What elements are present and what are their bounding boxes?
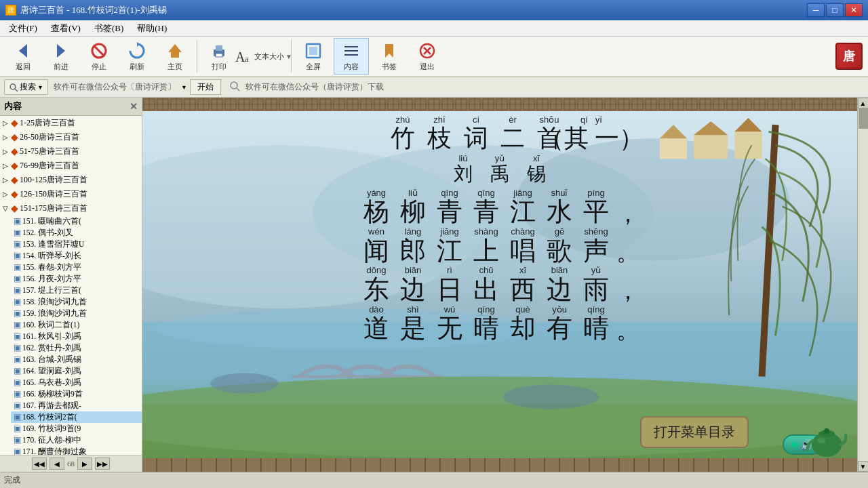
leaf-label-159: 159. 浪淘沙词九首 [22, 308, 87, 319]
scroll-thumb[interactable] [859, 108, 868, 129]
search-start-button[interactable]: 开始 [190, 79, 221, 95]
sidebar-item-151-175[interactable]: ▽ ◆ 151-175唐诗三百首 [0, 201, 142, 216]
svg-point-19 [10, 84, 16, 89]
sidebar-nav-prev[interactable]: ◀ [50, 458, 64, 470]
leaf-icon-152: ▣ [14, 228, 21, 238]
app-icon: 唐 [5, 5, 16, 16]
refresh-button[interactable]: 刷新 [119, 38, 155, 75]
svg-rect-13 [344, 46, 358, 47]
exit-button[interactable]: 退出 [410, 38, 445, 75]
leaf-166[interactable]: ▣ 166. 杨柳枝词9首 [11, 388, 142, 400]
leaf-156[interactable]: ▣ 156. 月夜-刘方平 [11, 273, 142, 285]
back-button[interactable]: 返回 [5, 38, 41, 75]
menu-bookmark[interactable]: 书签(B) [88, 20, 130, 37]
leaf-153[interactable]: ▣ 153. 逢雪宿芹墟U [11, 239, 142, 250]
sidebar-item-51-75[interactable]: ▷ ◆ 51-75唐诗三百首 [0, 144, 142, 159]
search-icon-2 [229, 81, 240, 94]
leaf-163[interactable]: ▣ 163. 台城-刘禹锡 [11, 354, 142, 365]
open-menu-button[interactable]: 打开菜单目录 [640, 416, 749, 448]
sidebar-item-26-50[interactable]: ▷ ◆ 26-50唐诗三百首 [0, 130, 142, 144]
leaf-icon-169: ▣ [14, 424, 21, 434]
bookmark-icon [380, 41, 399, 60]
fullscreen-icon [304, 41, 323, 60]
svg-point-21 [231, 82, 237, 89]
folder-icon-4: ◆ [11, 160, 18, 171]
leaf-icon-159: ▣ [14, 308, 21, 319]
close-button[interactable]: ✕ [845, 3, 863, 17]
leaf-158[interactable]: ▣ 158. 浪淘沙词九首 [11, 296, 142, 308]
sidebar-item-76-99[interactable]: ▷ ◆ 76-99唐诗三百首 [0, 159, 142, 173]
leaf-164[interactable]: ▣ 164. 望洞庭-刘禹 [11, 365, 142, 377]
scroll-down-button[interactable]: ▼ [858, 461, 869, 472]
leaf-icon-153: ▣ [14, 239, 21, 249]
leaf-162[interactable]: ▣ 162. 赏牡丹-刘禹 [11, 342, 142, 354]
l3-chu: chū 出 [468, 265, 505, 304]
sidebar-nav-next[interactable]: ▶ [77, 458, 92, 470]
l4-dao: dào 道 [358, 304, 395, 343]
content-button[interactable]: 内容 [334, 38, 369, 75]
svg-marker-0 [19, 44, 27, 58]
maximize-button[interactable]: □ [826, 3, 844, 17]
sidebar-nav-last[interactable]: ▶▶ [95, 458, 110, 470]
sidebar-header: 内容 ✕ [0, 98, 142, 116]
scroll-track[interactable] [858, 108, 868, 461]
leaf-170[interactable]: ▣ 170. 征人怨-柳中 [11, 434, 142, 446]
leaf-159[interactable]: ▣ 159. 浪淘沙词九首 [11, 308, 142, 319]
leaf-icon-170: ▣ [14, 435, 21, 445]
leaf-160[interactable]: ▣ 160. 秋词二首(1) [11, 319, 142, 331]
l2-chang: chàng 唱 [505, 226, 541, 265]
forward-button[interactable]: 前进 [43, 38, 79, 75]
leaf-171[interactable]: ▣ 171. 酬曹侍御过象 [11, 446, 142, 455]
leaf-label-171: 171. 酬曹侍御过象 [22, 447, 87, 455]
leaf-157[interactable]: ▣ 157. 堤上行三首( [11, 285, 142, 296]
toolbar-sep-2 [291, 40, 292, 73]
home-button[interactable]: 主页 [157, 38, 193, 75]
leaf-165[interactable]: ▣ 165. 乌衣巷-刘禹 [11, 377, 142, 388]
sidebar-nav-first[interactable]: ◀◀ [32, 458, 47, 470]
teapot-decoration [806, 411, 847, 458]
sidebar-page-number: 68 [67, 460, 75, 468]
author-char-liu: liú 刘 [445, 153, 481, 184]
l2-wen: wén 闻 [358, 226, 395, 265]
leaf-168[interactable]: ▣ 168. 竹枝词2首( [11, 411, 142, 423]
title-char-qi-yi: qí yī （其 一） [568, 115, 615, 152]
leaf-152[interactable]: ▣ 152. 偶书-刘叉 [11, 227, 142, 239]
l1-shui: shuǐ 水 [541, 188, 578, 226]
leaf-label-168: 168. 竹枝词2首( [22, 412, 77, 422]
sidebar-item-1-25[interactable]: ▷ ◆ 1-25唐诗三百首 [0, 116, 142, 130]
sidebar-item-126-150[interactable]: ▷ ◆ 126-150唐诗三百首 [0, 187, 142, 201]
forward-icon [52, 41, 71, 60]
expand-icon-6: ▷ [3, 190, 8, 198]
bookmark-button[interactable]: 书签 [372, 38, 407, 75]
sidebar-item-100-125[interactable]: ▷ ◆ 100-125唐诗三百首 [0, 173, 142, 187]
minimize-button[interactable]: ─ [807, 3, 825, 17]
leaf-151[interactable]: ▣ 151. 嗫喃曲六首( [11, 216, 142, 227]
leaf-label-151: 151. 嗫喃曲六首( [22, 216, 81, 226]
menu-file[interactable]: 文件(F) [3, 20, 43, 37]
menu-help[interactable]: 帮助(H) [131, 20, 173, 37]
l2-sheng: shēng 声 [578, 226, 614, 265]
print-button[interactable]: 打印 [201, 38, 237, 75]
leaf-167[interactable]: ▣ 167. 再游去都观- [11, 400, 142, 411]
sidebar-close-button[interactable]: ✕ [130, 101, 138, 113]
leaf-label-162: 162. 赏牡丹-刘禹 [22, 343, 81, 353]
leaf-154[interactable]: ▣ 154. 听弹琴-刘长 [11, 250, 142, 262]
leaf-label-170: 170. 征人怨-柳中 [22, 435, 81, 445]
fontsize-button[interactable]: Aa 文本大小 ▼ [239, 38, 287, 75]
leaf-161[interactable]: ▣ 161. 秋风引-刘禹 [11, 331, 142, 342]
leaf-169[interactable]: ▣ 169. 竹枝词9首(9 [11, 423, 142, 434]
search-icon-button[interactable]: 搜索 ▼ [4, 79, 48, 95]
expand-icon-1: ▷ [3, 119, 8, 127]
menu-view[interactable]: 查看(V) [45, 20, 87, 37]
search-dropdown-icon[interactable]: ▼ [37, 84, 43, 91]
search-dropdown-2[interactable]: ▼ [181, 84, 187, 91]
svg-marker-1 [57, 44, 65, 58]
fullscreen-button[interactable]: 全屏 [296, 38, 331, 75]
sidebar-tree[interactable]: ▷ ◆ 1-25唐诗三百首 ▷ ◆ 26-50唐诗三百首 ▷ ◆ 51-75唐诗… [0, 116, 142, 455]
scroll-up-button[interactable]: ▲ [858, 98, 869, 108]
stop-button[interactable]: 停止 [81, 38, 117, 75]
leaf-155[interactable]: ▣ 155. 春怨-刘方平 [11, 262, 142, 273]
l1-qing2: qīng 青 [468, 188, 505, 226]
leaf-label-155: 155. 春怨-刘方平 [22, 262, 81, 272]
app-logo: 唐 [835, 43, 863, 70]
